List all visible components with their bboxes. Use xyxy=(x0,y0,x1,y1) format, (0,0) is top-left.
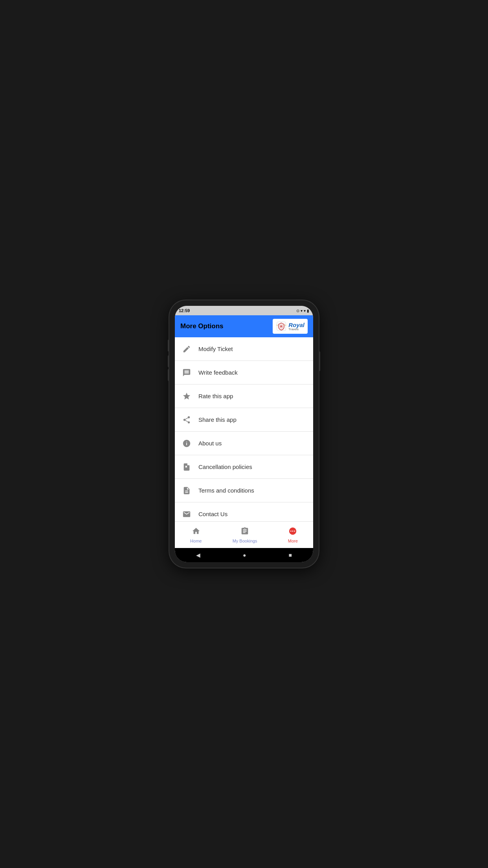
menu-item-write-feedback[interactable]: Write feedback xyxy=(175,361,313,384)
phone-frame: 12:59 ⊙ ▾ ▾ ▮ More Options xyxy=(169,300,319,568)
nav-label-more: More xyxy=(288,539,298,543)
logo-sub-text: Travels xyxy=(288,328,305,331)
document-icon xyxy=(181,485,192,496)
menu-item-share-app[interactable]: Share this app xyxy=(175,408,313,432)
share-icon xyxy=(181,414,192,425)
status-time: 12:59 xyxy=(179,308,190,313)
svg-point-7 xyxy=(294,530,295,531)
logo-brand-name: Royal xyxy=(288,322,305,328)
back-button[interactable]: ◀ xyxy=(196,552,200,558)
bottom-nav: Home My Bookings xyxy=(175,521,313,548)
mail-icon xyxy=(181,509,192,520)
menu-item-terms-conditions[interactable]: Terms and conditions xyxy=(175,479,313,502)
nav-item-home[interactable]: Home xyxy=(185,525,206,545)
menu-label-rate-app: Rate this app xyxy=(198,393,233,399)
status-bar: 12:59 ⊙ ▾ ▾ ▮ xyxy=(175,306,313,315)
menu-label-share-app: Share this app xyxy=(198,416,237,423)
notification-icon: ⊙ xyxy=(296,309,299,313)
menu-label-contact-us: Contact Us xyxy=(198,511,227,517)
logo-text-group: Royal Travels xyxy=(288,322,305,331)
menu-label-about-us: About us xyxy=(198,440,222,447)
brand-logo: R Royal Travels xyxy=(273,319,308,334)
menu-item-rate-app[interactable]: Rate this app xyxy=(175,384,313,408)
info-icon xyxy=(181,438,192,449)
nav-label-home: Home xyxy=(190,539,202,543)
logo-emblem-icon: R xyxy=(276,321,287,332)
nav-label-my-bookings: My Bookings xyxy=(233,539,257,543)
chat-icon xyxy=(181,367,192,378)
header: More Options R Royal xyxy=(175,315,313,337)
menu-label-write-feedback: Write feedback xyxy=(198,369,238,376)
screen: 12:59 ⊙ ▾ ▾ ▮ More Options xyxy=(175,306,313,562)
bookings-icon xyxy=(240,527,249,538)
signal-icon: ▾ xyxy=(304,309,306,313)
svg-point-6 xyxy=(292,530,294,531)
cancel-doc-icon xyxy=(181,462,192,473)
menu-label-terms-conditions: Terms and conditions xyxy=(198,487,254,494)
more-icon xyxy=(288,527,297,538)
nav-item-more[interactable]: More xyxy=(283,525,303,545)
home-icon xyxy=(192,527,200,538)
page-title: More Options xyxy=(180,322,224,330)
status-icons: ⊙ ▾ ▾ ▮ xyxy=(296,309,309,313)
menu-label-modify-ticket: Modify Ticket xyxy=(198,346,233,352)
nav-item-my-bookings[interactable]: My Bookings xyxy=(228,525,262,545)
battery-icon: ▮ xyxy=(307,309,309,313)
menu-list: Modify Ticket Write feedback xyxy=(175,337,313,521)
menu-item-cancellation-policies[interactable]: Cancellation policies xyxy=(175,455,313,479)
menu-label-cancellation-policies: Cancellation policies xyxy=(198,463,252,470)
phone-inner: 12:59 ⊙ ▾ ▾ ▮ More Options xyxy=(175,306,313,562)
recent-button[interactable]: ■ xyxy=(289,552,292,558)
menu-item-modify-ticket[interactable]: Modify Ticket xyxy=(175,337,313,361)
menu-item-contact-us[interactable]: Contact Us xyxy=(175,502,313,521)
svg-point-5 xyxy=(290,530,292,531)
android-nav-bar: ◀ ● ■ xyxy=(175,548,313,562)
svg-text:R: R xyxy=(280,325,283,328)
pencil-icon xyxy=(181,344,192,355)
home-button[interactable]: ● xyxy=(243,552,246,558)
star-icon xyxy=(181,391,192,402)
wifi-icon: ▾ xyxy=(301,309,303,313)
menu-item-about-us[interactable]: About us xyxy=(175,432,313,455)
